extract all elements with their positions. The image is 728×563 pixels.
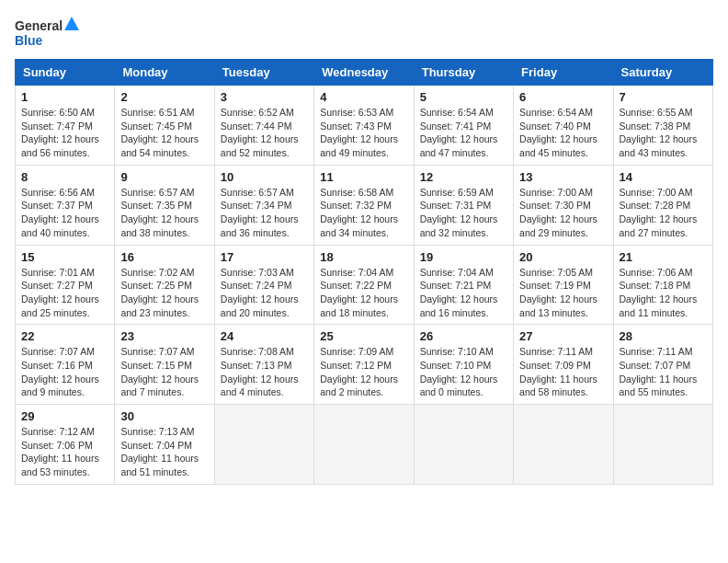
day-info: Sunrise: 7:01 AMSunset: 7:27 PMDaylight:… — [21, 267, 99, 318]
day-info: Sunrise: 6:55 AMSunset: 7:38 PMDaylight:… — [620, 107, 698, 158]
day-cell-6: 6 Sunrise: 6:54 AMSunset: 7:40 PMDayligh… — [514, 86, 613, 166]
day-cell-13: 13 Sunrise: 7:00 AMSunset: 7:30 PMDaylig… — [514, 165, 613, 245]
day-number: 7 — [620, 90, 707, 104]
day-number: 20 — [519, 250, 607, 264]
empty-cell — [613, 405, 712, 485]
day-info: Sunrise: 6:57 AMSunset: 7:34 PMDaylight:… — [221, 187, 299, 238]
calendar-body: 1 Sunrise: 6:50 AMSunset: 7:47 PMDayligh… — [16, 86, 713, 485]
calendar-week-2: 8 Sunrise: 6:56 AMSunset: 7:37 PMDayligh… — [16, 165, 713, 245]
empty-cell — [514, 405, 613, 485]
day-info: Sunrise: 7:05 AMSunset: 7:19 PMDaylight:… — [519, 267, 597, 318]
day-info: Sunrise: 7:00 AMSunset: 7:28 PMDaylight:… — [620, 187, 698, 238]
day-number: 14 — [620, 170, 707, 184]
day-cell-24: 24 Sunrise: 7:08 AMSunset: 7:13 PMDaylig… — [214, 325, 313, 405]
calendar-header-tuesday: Tuesday — [214, 60, 313, 86]
day-cell-8: 8 Sunrise: 6:56 AMSunset: 7:37 PMDayligh… — [16, 165, 115, 245]
day-cell-4: 4 Sunrise: 6:53 AMSunset: 7:43 PMDayligh… — [314, 86, 414, 166]
calendar-week-5: 29 Sunrise: 7:12 AMSunset: 7:06 PMDaylig… — [16, 405, 713, 485]
day-info: Sunrise: 6:50 AMSunset: 7:47 PMDaylight:… — [21, 107, 99, 158]
calendar-header-saturday: Saturday — [613, 60, 712, 86]
calendar-week-1: 1 Sunrise: 6:50 AMSunset: 7:47 PMDayligh… — [16, 86, 713, 166]
day-info: Sunrise: 7:07 AMSunset: 7:16 PMDaylight:… — [21, 346, 99, 397]
day-info: Sunrise: 6:51 AMSunset: 7:45 PMDaylight:… — [120, 107, 199, 158]
day-info: Sunrise: 7:04 AMSunset: 7:21 PMDaylight:… — [420, 267, 498, 318]
calendar-header-thursday: Thursday — [414, 60, 513, 86]
day-number: 16 — [120, 250, 208, 264]
day-cell-20: 20 Sunrise: 7:05 AMSunset: 7:19 PMDaylig… — [514, 245, 613, 325]
day-cell-30: 30 Sunrise: 7:13 AMSunset: 7:04 PMDaylig… — [115, 405, 214, 485]
day-info: Sunrise: 6:56 AMSunset: 7:37 PMDaylight:… — [21, 187, 99, 238]
day-number: 3 — [221, 90, 308, 104]
day-info: Sunrise: 7:10 AMSunset: 7:10 PMDaylight:… — [420, 346, 498, 397]
day-number: 10 — [221, 170, 308, 184]
calendar-header-sunday: Sunday — [16, 60, 115, 86]
day-cell-18: 18 Sunrise: 7:04 AMSunset: 7:22 PMDaylig… — [314, 245, 414, 325]
day-number: 13 — [519, 170, 607, 184]
day-info: Sunrise: 7:12 AMSunset: 7:06 PMDaylight:… — [21, 426, 99, 477]
day-cell-11: 11 Sunrise: 6:58 AMSunset: 7:32 PMDaylig… — [314, 165, 414, 245]
day-number: 8 — [21, 170, 108, 184]
day-number: 5 — [420, 90, 507, 104]
day-cell-12: 12 Sunrise: 6:59 AMSunset: 7:31 PMDaylig… — [414, 165, 513, 245]
day-cell-16: 16 Sunrise: 7:02 AMSunset: 7:25 PMDaylig… — [115, 245, 214, 325]
day-info: Sunrise: 6:52 AMSunset: 7:44 PMDaylight:… — [221, 107, 299, 158]
day-info: Sunrise: 6:58 AMSunset: 7:32 PMDaylight:… — [320, 187, 398, 238]
empty-cell — [314, 405, 414, 485]
day-info: Sunrise: 6:53 AMSunset: 7:43 PMDaylight:… — [320, 107, 398, 158]
day-number: 27 — [519, 329, 607, 343]
day-number: 9 — [120, 170, 208, 184]
day-cell-3: 3 Sunrise: 6:52 AMSunset: 7:44 PMDayligh… — [214, 86, 313, 166]
day-info: Sunrise: 7:06 AMSunset: 7:18 PMDaylight:… — [620, 267, 698, 318]
calendar-header-monday: Monday — [115, 60, 214, 86]
day-info: Sunrise: 6:54 AMSunset: 7:41 PMDaylight:… — [420, 107, 498, 158]
day-cell-19: 19 Sunrise: 7:04 AMSunset: 7:21 PMDaylig… — [414, 245, 513, 325]
empty-cell — [414, 405, 513, 485]
day-cell-1: 1 Sunrise: 6:50 AMSunset: 7:47 PMDayligh… — [16, 86, 115, 166]
day-cell-15: 15 Sunrise: 7:01 AMSunset: 7:27 PMDaylig… — [16, 245, 115, 325]
day-number: 18 — [320, 250, 407, 264]
calendar-week-3: 15 Sunrise: 7:01 AMSunset: 7:27 PMDaylig… — [16, 245, 713, 325]
day-info: Sunrise: 7:11 AMSunset: 7:07 PMDaylight:… — [620, 346, 698, 397]
empty-cell — [214, 405, 313, 485]
day-info: Sunrise: 7:13 AMSunset: 7:04 PMDaylight:… — [120, 426, 199, 477]
day-cell-14: 14 Sunrise: 7:00 AMSunset: 7:28 PMDaylig… — [613, 165, 712, 245]
day-cell-26: 26 Sunrise: 7:10 AMSunset: 7:10 PMDaylig… — [414, 325, 513, 405]
day-number: 1 — [21, 90, 108, 104]
day-cell-7: 7 Sunrise: 6:55 AMSunset: 7:38 PMDayligh… — [613, 86, 712, 166]
day-cell-2: 2 Sunrise: 6:51 AMSunset: 7:45 PMDayligh… — [115, 86, 214, 166]
day-number: 25 — [320, 329, 407, 343]
calendar-header-friday: Friday — [514, 60, 613, 86]
day-info: Sunrise: 6:54 AMSunset: 7:40 PMDaylight:… — [519, 107, 597, 158]
day-number: 2 — [120, 90, 208, 104]
day-info: Sunrise: 7:08 AMSunset: 7:13 PMDaylight:… — [221, 346, 299, 397]
day-info: Sunrise: 7:07 AMSunset: 7:15 PMDaylight:… — [120, 346, 199, 397]
day-cell-25: 25 Sunrise: 7:09 AMSunset: 7:12 PMDaylig… — [314, 325, 414, 405]
day-number: 23 — [120, 329, 208, 343]
day-info: Sunrise: 6:57 AMSunset: 7:35 PMDaylight:… — [120, 187, 199, 238]
day-number: 17 — [221, 250, 308, 264]
day-cell-23: 23 Sunrise: 7:07 AMSunset: 7:15 PMDaylig… — [115, 325, 214, 405]
day-number: 28 — [620, 329, 707, 343]
day-number: 11 — [320, 170, 407, 184]
day-info: Sunrise: 7:00 AMSunset: 7:30 PMDaylight:… — [519, 187, 597, 238]
logo-svg: General Blue — [15, 15, 79, 52]
day-info: Sunrise: 7:02 AMSunset: 7:25 PMDaylight:… — [120, 267, 199, 318]
calendar-header-wednesday: Wednesday — [314, 60, 414, 86]
logo: General Blue — [15, 15, 79, 52]
day-number: 22 — [21, 329, 108, 343]
svg-text:General: General — [15, 18, 63, 33]
day-number: 4 — [320, 90, 407, 104]
day-number: 29 — [21, 409, 108, 423]
day-number: 6 — [519, 90, 607, 104]
day-cell-5: 5 Sunrise: 6:54 AMSunset: 7:41 PMDayligh… — [414, 86, 513, 166]
day-number: 12 — [420, 170, 507, 184]
day-info: Sunrise: 7:11 AMSunset: 7:09 PMDaylight:… — [519, 346, 597, 397]
day-cell-9: 9 Sunrise: 6:57 AMSunset: 7:35 PMDayligh… — [115, 165, 214, 245]
day-number: 21 — [620, 250, 707, 264]
day-cell-27: 27 Sunrise: 7:11 AMSunset: 7:09 PMDaylig… — [514, 325, 613, 405]
day-number: 19 — [420, 250, 507, 264]
day-info: Sunrise: 6:59 AMSunset: 7:31 PMDaylight:… — [420, 187, 498, 238]
day-number: 24 — [221, 329, 308, 343]
day-cell-22: 22 Sunrise: 7:07 AMSunset: 7:16 PMDaylig… — [16, 325, 115, 405]
page-header: General Blue — [15, 15, 713, 52]
